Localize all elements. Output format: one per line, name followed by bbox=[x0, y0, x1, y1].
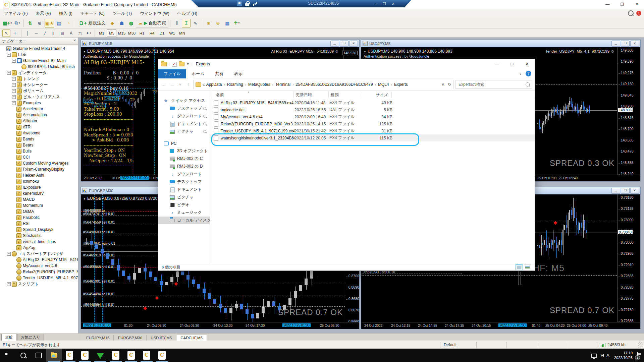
navigator-item[interactable]: 80016704: Uchida Shinich bbox=[0, 64, 78, 70]
menu-item[interactable]: 表示 (V) bbox=[32, 9, 55, 17]
bar-chart-button[interactable]: ⫼ bbox=[172, 19, 181, 27]
forward-button[interactable]: → bbox=[169, 82, 175, 87]
file-row[interactable]: Relax2(EURGBP)_EURGBP_M30_Ver3.32_1...20… bbox=[210, 120, 535, 127]
ribbon-tab-共有[interactable]: 共有 bbox=[210, 69, 229, 78]
sidebar-item-RMJ-002 の C[interactable]: RMJ-002 の C bbox=[158, 155, 210, 163]
navigator-item[interactable]: Custom Moving Averages bbox=[0, 160, 78, 166]
tree-expander-icon[interactable]: − bbox=[7, 71, 11, 75]
chart-tab-eurjpym15[interactable]: EURJPY,M15 bbox=[82, 335, 114, 341]
chart-close-button[interactable]: ✕ bbox=[630, 188, 639, 194]
navigator-item[interactable]: Parabolic bbox=[0, 215, 78, 221]
sidebar-item-デスクトップ[interactable]: デスクトップ bbox=[158, 105, 210, 112]
candle-chart-button[interactable]: ⌶ bbox=[182, 19, 191, 27]
terminal-panel-button[interactable]: ▤ bbox=[55, 19, 63, 27]
mt4-maximize-button[interactable]: ❐ bbox=[615, 0, 629, 9]
column-header-名前[interactable]: 名前 bbox=[214, 92, 294, 98]
new-order-button[interactable]: 🗋+新規注文 bbox=[77, 19, 108, 27]
chart-close-button[interactable]: ✕ bbox=[630, 41, 639, 47]
start-taskbar-button[interactable] bbox=[0, 349, 15, 362]
chart-close-button[interactable]: ✕ bbox=[349, 41, 358, 47]
chart-minimize-button[interactable]: ▁ bbox=[611, 188, 620, 194]
navigator-item[interactable]: iExposure bbox=[0, 184, 78, 190]
quick-access-check-icon[interactable]: ✓ bbox=[172, 62, 177, 67]
sidebar-item-ローカル ディスク (C:)[interactable]: ローカル ディスク (C:) bbox=[158, 217, 210, 224]
volume-icon[interactable] bbox=[601, 354, 604, 357]
green-v-taskbar-button[interactable] bbox=[93, 349, 108, 362]
tree-expander-icon[interactable]: + bbox=[12, 95, 16, 99]
sidebar-item-ダウンロード[interactable]: ↓ダウンロード bbox=[158, 112, 210, 120]
breadcrumb-segment[interactable]: Terminal bbox=[275, 82, 290, 87]
breadcrumb[interactable]: «AppData›Roaming›MetaQuotes›Terminal›254… bbox=[193, 80, 453, 89]
period-button-d1[interactable]: D1 bbox=[157, 29, 167, 37]
ribbon-collapse-icon[interactable]: ∨ bbox=[519, 72, 522, 75]
quick-access-folder-icon[interactable] bbox=[179, 62, 184, 66]
fibonacci-tool[interactable]: ▤ bbox=[58, 29, 66, 37]
period-button-m5[interactable]: M5 bbox=[107, 29, 116, 37]
period-button-m1[interactable]: M1 bbox=[97, 29, 106, 37]
sidebar-item-クイック アクセス[interactable]: ★クイック アクセス bbox=[158, 97, 210, 105]
navigator-item[interactable]: +ビル・ウィリアムス bbox=[0, 94, 78, 100]
chart-titlebar[interactable]: USDJPY,M5▁❐✕ bbox=[361, 40, 640, 47]
remote-restore-button[interactable]: ❐ bbox=[381, 1, 388, 6]
gaitame-taskbar-button[interactable]: C bbox=[123, 349, 139, 362]
gaitame-taskbar-button[interactable]: C bbox=[77, 349, 93, 362]
qat-dropdown-icon[interactable]: ▼ bbox=[186, 62, 190, 66]
new-chart-button[interactable]: ▦+▾ bbox=[2, 19, 12, 27]
chart-titlebar[interactable]: EURJPY,M15▁❐✕ bbox=[81, 40, 359, 47]
shapes-tool[interactable]: ✦▾ bbox=[85, 29, 93, 37]
tree-expander-icon[interactable]: − bbox=[7, 53, 11, 57]
breadcrumb-segment[interactable]: Experts bbox=[394, 82, 408, 87]
tree-expander-icon[interactable]: − bbox=[7, 252, 11, 256]
period-button-m30[interactable]: M30 bbox=[127, 29, 137, 37]
cursor-tool[interactable]: ↖ bbox=[2, 29, 10, 37]
ribbon-tab-ファイル[interactable]: ファイル bbox=[158, 69, 186, 78]
navigator-item[interactable]: MACD bbox=[0, 196, 78, 202]
menu-item[interactable]: 挿入 (I) bbox=[55, 9, 76, 17]
text-label-tool[interactable]: 🄣 bbox=[76, 29, 84, 37]
sidebar-item-PC[interactable]: PC bbox=[158, 139, 210, 147]
gaitame-taskbar-button[interactable]: C bbox=[62, 349, 77, 362]
channel-tool[interactable]: ◫ bbox=[50, 29, 58, 37]
chart-restore-button[interactable]: ❐ bbox=[621, 188, 630, 194]
help-icon[interactable]: ? bbox=[526, 71, 531, 76]
tree-expander-icon[interactable]: + bbox=[12, 77, 16, 81]
sidebar-item-ビデオ[interactable]: ビデオ bbox=[158, 201, 210, 209]
navigator-item[interactable]: ATR bbox=[0, 124, 78, 130]
sidebar-item-ミュージック[interactable]: ♪ミュージック bbox=[158, 209, 210, 217]
tree-expander-icon[interactable]: + bbox=[12, 101, 16, 105]
menu-item[interactable]: ヘルプ (H) bbox=[173, 9, 201, 17]
crosshair-tool[interactable]: ✛ bbox=[11, 29, 19, 37]
resize-grip[interactable] bbox=[638, 342, 643, 348]
navigator-item[interactable]: CCI bbox=[0, 154, 78, 160]
chart-tab-cadchfm5[interactable]: CADCHF,M5 bbox=[176, 335, 207, 341]
navigator-item[interactable]: Bands bbox=[0, 136, 78, 142]
task-view-taskbar-button[interactable] bbox=[31, 349, 46, 362]
breadcrumb-segment[interactable]: 254DAFB55610C23D16A9166DFB1C6479 bbox=[296, 82, 373, 87]
column-header-更新日時[interactable]: 更新日時 bbox=[294, 92, 329, 98]
gaitame-taskbar-button[interactable]: C bbox=[108, 349, 123, 362]
chart-minimize-button[interactable]: ▁ bbox=[611, 41, 620, 47]
navigator-close-icon[interactable]: ✕ bbox=[73, 39, 76, 42]
tree-expander-icon[interactable]: − bbox=[12, 59, 16, 63]
navigator-item[interactable]: RSI bbox=[0, 221, 78, 227]
breadcrumb-segment[interactable]: MetaQuotes bbox=[248, 82, 270, 87]
navigator-tab-全般[interactable]: 全般 bbox=[1, 334, 16, 341]
notification-badge[interactable]: 1 bbox=[636, 11, 641, 16]
period-button-w1[interactable]: W1 bbox=[167, 29, 177, 37]
signals-button[interactable]: ◍ bbox=[127, 19, 136, 27]
file-row[interactable]: MyAccount_ver.4.6.ex42020/12/09 16:48EX4… bbox=[210, 113, 535, 120]
navigator-item[interactable]: Stochastic bbox=[0, 233, 78, 239]
navigator-tab-お気に入り[interactable]: お気に入り bbox=[17, 334, 44, 341]
tree-expander-icon[interactable]: + bbox=[12, 89, 16, 93]
tree-expander-icon[interactable]: + bbox=[7, 282, 11, 286]
zoom-out-button[interactable]: ⊖ bbox=[214, 19, 222, 27]
mt4-minimize-button[interactable]: — bbox=[600, 0, 614, 9]
chart-tab-eurgbpm30[interactable]: EURGBP,M30 bbox=[114, 335, 147, 341]
column-header-サイズ[interactable]: サイズ bbox=[362, 92, 392, 98]
recent-locations-icon[interactable]: ∨ bbox=[177, 83, 183, 86]
navigator-item[interactable]: vertical_time_lines bbox=[0, 239, 78, 245]
navigator-item[interactable]: ZigZag bbox=[0, 245, 78, 251]
back-button[interactable]: ← bbox=[161, 82, 167, 87]
chart-restore-button[interactable]: ❐ bbox=[621, 41, 630, 47]
gaitame-taskbar-button[interactable]: C bbox=[154, 349, 170, 362]
